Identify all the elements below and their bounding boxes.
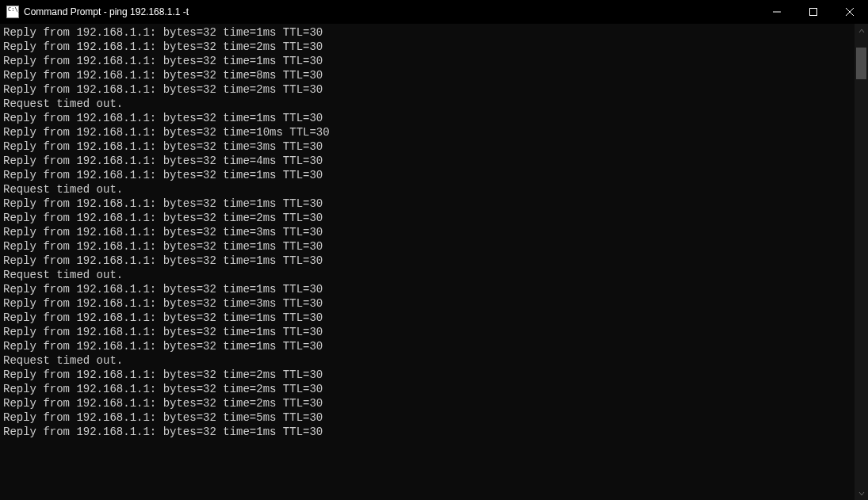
output-line: Reply from 192.168.1.1: bytes=32 time=3m… — [3, 225, 851, 239]
output-line: Request timed out. — [3, 97, 851, 111]
output-line: Reply from 192.168.1.1: bytes=32 time=10… — [3, 125, 851, 139]
minimize-button[interactable] — [759, 0, 795, 24]
output-line: Reply from 192.168.1.1: bytes=32 time=1m… — [3, 54, 851, 68]
output-line: Request timed out. — [3, 182, 851, 197]
cmd-icon — [6, 6, 19, 18]
output-line: Request timed out. — [3, 353, 851, 368]
output-line: Reply from 192.168.1.1: bytes=32 time=2m… — [3, 368, 851, 382]
output-line: Reply from 192.168.1.1: bytes=32 time=1m… — [3, 254, 851, 268]
output-line: Reply from 192.168.1.1: bytes=32 time=4m… — [3, 154, 851, 168]
output-line: Reply from 192.168.1.1: bytes=32 time=1m… — [3, 311, 851, 325]
output-line: Reply from 192.168.1.1: bytes=32 time=1m… — [3, 282, 851, 296]
output-line: Reply from 192.168.1.1: bytes=32 time=1m… — [3, 111, 851, 125]
titlebar[interactable]: Command Prompt - ping 192.168.1.1 -t — [0, 0, 868, 24]
output-line: Reply from 192.168.1.1: bytes=32 time=1m… — [3, 25, 851, 40]
scrollbar[interactable] — [855, 24, 868, 500]
output-line: Reply from 192.168.1.1: bytes=32 time=3m… — [3, 139, 851, 154]
window-controls — [759, 0, 868, 24]
terminal-output[interactable]: Reply from 192.168.1.1: bytes=32 time=1m… — [0, 24, 855, 500]
scroll-up-button[interactable] — [855, 24, 868, 37]
scroll-thumb[interactable] — [856, 48, 866, 79]
output-line: Reply from 192.168.1.1: bytes=32 time=2m… — [3, 382, 851, 396]
svg-rect-1 — [810, 9, 817, 16]
output-line: Reply from 192.168.1.1: bytes=32 time=8m… — [3, 68, 851, 82]
window-title: Command Prompt - ping 192.168.1.1 -t — [24, 6, 189, 17]
output-line: Reply from 192.168.1.1: bytes=32 time=1m… — [3, 239, 851, 254]
output-line: Reply from 192.168.1.1: bytes=32 time=1m… — [3, 168, 851, 182]
minimize-icon — [773, 8, 781, 16]
close-icon — [846, 8, 854, 16]
output-line: Reply from 192.168.1.1: bytes=32 time=2m… — [3, 82, 851, 97]
output-line: Reply from 192.168.1.1: bytes=32 time=1m… — [3, 325, 851, 339]
chevron-down-icon — [858, 490, 865, 497]
maximize-button[interactable] — [795, 0, 832, 24]
maximize-icon — [809, 8, 817, 16]
output-line: Reply from 192.168.1.1: bytes=32 time=1m… — [3, 197, 851, 211]
output-line: Reply from 192.168.1.1: bytes=32 time=5m… — [3, 410, 851, 425]
scroll-down-button[interactable] — [855, 487, 868, 500]
output-line: Reply from 192.168.1.1: bytes=32 time=2m… — [3, 211, 851, 225]
output-line: Reply from 192.168.1.1: bytes=32 time=1m… — [3, 425, 851, 439]
output-line: Reply from 192.168.1.1: bytes=32 time=1m… — [3, 339, 851, 353]
output-line: Reply from 192.168.1.1: bytes=32 time=2m… — [3, 40, 851, 54]
close-button[interactable] — [832, 0, 868, 24]
chevron-up-icon — [858, 28, 865, 34]
output-line: Request timed out. — [3, 268, 851, 282]
output-line: Reply from 192.168.1.1: bytes=32 time=2m… — [3, 396, 851, 410]
output-line: Reply from 192.168.1.1: bytes=32 time=3m… — [3, 296, 851, 311]
